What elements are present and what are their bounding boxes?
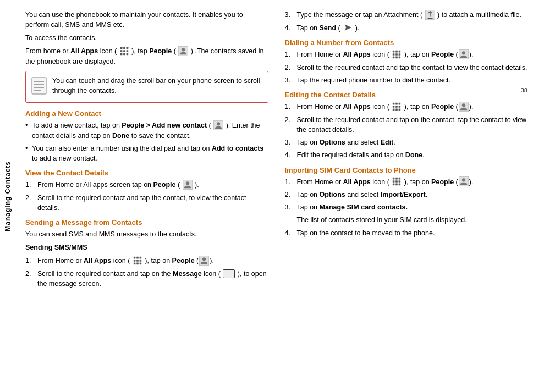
allApps-s1: All Apps [84,257,111,264]
import-step4: Tap on the contact to be moved to the ph… [285,228,528,238]
import-step3-sub: The list of contacts stored in your SIM … [297,215,528,225]
options-e3: Options [320,139,345,146]
import-step1: From Home or All Apps icon ( ), tap on P… [285,177,528,187]
sending-message-heading: Sending a Message from Contacts [25,218,268,227]
view-contact-list: From Home or All apps screen tap on Peop… [25,180,268,213]
import-step2: Tap on Options and select Import/Export. [285,190,528,200]
send-step1: From Home or All Apps icon ( ), tap on P… [25,256,268,266]
add-contact-icon [213,120,223,130]
people-text: People [149,47,172,55]
note-text: You can touch and drag the scroll bar on… [52,76,262,96]
right-col-inner: Type the message or tap an Attachment ( … [285,10,528,238]
people-icon-i1 [459,176,469,186]
adding-contact-bullet1: To add a new contact, tap on People > Ad… [25,120,268,141]
apps-icon-d1 [392,49,402,59]
people-icon-s1 [199,256,209,266]
view-step1: From Home or All apps screen tap on Peop… [25,180,268,190]
sending-intro: You can send SMS and MMS messages to the… [25,229,268,239]
sending-list: From Home or All Apps icon ( ), tap on P… [25,256,268,289]
options-i2: Options [320,191,345,198]
allApps-i1: All Apps [343,178,371,186]
page-number: 38 [521,87,527,93]
dialing-list: From Home or All Apps icon ( ), tap on P… [285,49,528,85]
add-to-contacts-bold: Add to contacts [212,145,263,152]
intro-para3: From home or All Apps icon ( ), tap Peop… [25,46,268,67]
send-step2: Scroll to the required contact and tap o… [25,269,268,289]
editing-list: From Home or All Apps icon ( ), tap on P… [285,102,528,160]
left-column: You can use the phonebook to maintain yo… [25,10,279,387]
people-icon [178,46,188,56]
view-contact-heading: View the Contact Details [25,169,268,177]
msg-continued-list: Type the message or tap an Attachment ( … [285,10,528,33]
people-e1: People [431,103,454,111]
edit-step4: Edit the required details and tap on Don… [285,150,528,160]
main-content: You can use the phonebook to maintain yo… [15,0,533,392]
import-step3: Tap on Manage SIM card contacts. The lis… [285,202,528,224]
people-d1: People [431,51,454,58]
done-e4: Done [405,151,422,159]
people-i1: People [431,178,454,186]
dial-step2: Scroll to the required contact and tap t… [285,63,528,73]
people-add-bold: People > Add new contact [122,122,207,129]
importing-heading: Importing SIM Card Contacts to Phone [285,166,528,174]
people-bold: People [153,181,176,189]
note-box: You can touch and drag the scroll bar on… [25,71,268,103]
doc-icon [31,77,47,98]
edit-step1: From Home or All Apps icon ( ), tap on P… [285,102,528,112]
sidebar-label: Managing Contacts [4,161,12,231]
apps-icon-s1 [133,256,142,266]
intro-para1: You can use the phonebook to maintain yo… [25,10,268,30]
allApps-d1: All Apps [343,51,371,58]
edit-step3: Tap on Options and select Edit. [285,137,528,147]
apps-icon [119,46,129,56]
adding-contact-bullet2: You can also enter a number using the di… [25,143,268,163]
dialing-heading: Dialing a Number from Contacts [285,38,528,47]
adding-contact-list: To add a new contact, tap on People > Ad… [25,120,268,163]
view-step2: Scroll to the required contact and tap t… [25,193,268,213]
apps-icon-i1 [392,176,402,186]
attach-icon [425,10,435,20]
allApps-e1: All Apps [343,103,371,111]
dial-step3: Tap the required phone number to dial th… [285,75,528,85]
managesim-i3: Manage SIM card contacts. [320,203,408,211]
people-icon-2 [183,180,193,190]
msg-step3: Type the message or tap an Attachment ( … [285,10,528,20]
edit-e3: Edit [381,139,394,146]
sms-mms-heading: Sending SMS/MMS [25,242,268,252]
intro-para2: To access the contacts, [25,33,268,43]
people-icon-d1 [459,49,469,59]
send-bold: Send [320,24,337,32]
dial-step1: From Home or All Apps icon ( ), tap on P… [285,49,528,60]
edit-step2: Scroll to the required contact and tap o… [285,115,528,135]
editing-heading: Editing the Contact Details [285,91,528,99]
msg-step4: Tap on Send ( ). [285,23,528,34]
adding-contact-heading: Adding a New Contact [25,109,268,118]
done-bold: Done [112,132,129,140]
people-icon-e1 [459,102,469,112]
importing-list: From Home or All Apps icon ( ), tap on P… [285,177,528,238]
importexport-i2: Import/Export [381,191,426,198]
message-icon [223,269,235,278]
sidebar: Managing Contacts [0,0,15,392]
apps-icon-e1 [392,102,402,112]
send-icon [343,23,353,32]
all-apps-text: All Apps [70,47,98,55]
message-bold: Message [173,270,202,278]
right-column: Type the message or tap an Attachment ( … [279,10,528,387]
people-s1: People [172,257,195,264]
